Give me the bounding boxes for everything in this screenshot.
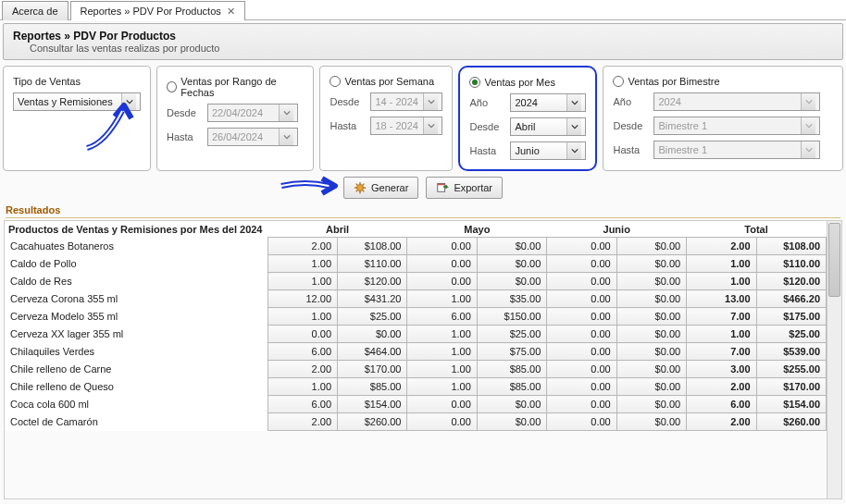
data-cell: $0.00 [616,378,686,396]
exportar-label: Exportar [454,182,492,193]
data-cell: 0.00 [547,308,616,326]
generar-button[interactable]: Generar [343,177,418,199]
product-name: Caldo de Pollo [5,255,267,273]
data-cell: $170.00 [338,361,407,378]
bimestre-desde-select[interactable]: Bimestre 1 [653,117,820,135]
data-cell: 0.00 [407,255,477,273]
total-cell: $255.00 [756,361,826,378]
total-cell: $110.00 [756,255,826,273]
total-cell: 1.00 [687,273,756,290]
tab-label: Reportes » PDV Por Productos [81,6,221,17]
hasta-label: Hasta [469,145,504,156]
table-row[interactable]: Chile relleno de Carne2.00$170.001.00$85… [5,361,827,378]
product-name: Cerveza XX lager 355 ml [5,326,267,343]
bimestre-ano-select[interactable]: 2024 [653,92,820,111]
data-cell: 0.00 [407,273,477,290]
tipo-ventas-select[interactable]: Ventas y Remisiones [13,92,141,111]
gear-icon [354,181,367,194]
data-cell: 0.00 [547,343,616,361]
total-cell: 3.00 [687,361,756,378]
table-row[interactable]: Cerveza Modelo 355 ml1.00$25.006.00$150.… [5,308,827,326]
table-row[interactable]: Cerveza Corona 355 ml12.00$431.201.00$35… [5,290,827,308]
product-name: Cacahuates Botaneros [5,238,267,255]
tab-about[interactable]: Acerca de [2,1,68,20]
data-cell: 2.00 [267,413,337,431]
tipo-ventas-label: Tipo de Ventas [13,76,141,87]
data-cell: 0.00 [547,326,616,343]
data-cell: 0.00 [547,396,616,413]
total-cell: 2.00 [687,413,756,431]
data-cell: $120.00 [338,273,407,290]
svg-rect-10 [438,184,445,186]
tab-reportes-pdv[interactable]: Reportes » PDV Por Productos ✕ [70,1,245,20]
product-name: Coctel de Camarón [5,413,267,431]
table-row[interactable]: Cacahuates Botaneros2.00$108.000.00$0.00… [5,238,827,255]
mes-hasta-select[interactable]: Junio [510,141,586,160]
total-cell: $120.00 [756,273,826,290]
tab-label: Acerca de [12,6,58,17]
data-cell: $154.00 [338,396,407,413]
scrollbar-thumb[interactable] [828,223,840,297]
rango-hasta-input[interactable]: 26/04/2024 [207,128,298,146]
data-cell: 1.00 [407,361,477,378]
data-cell: $0.00 [616,290,686,308]
table-row[interactable]: Caldo de Res1.00$120.000.00$0.000.00$0.0… [5,273,827,290]
radio-icon [330,76,341,87]
table-row[interactable]: Chilaquiles Verdes6.00$464.001.00$75.000… [5,343,827,361]
data-cell: 1.00 [267,273,337,290]
radio-bimestre[interactable]: Ventas por Bimestre [613,76,833,87]
semana-hasta-input[interactable]: 18 - 2024 [370,117,442,135]
total-cell: 1.00 [687,255,756,273]
radio-rango-fechas[interactable]: Ventas por Rango de Fechas [167,76,304,98]
data-cell: 0.00 [547,273,616,290]
mes-ano-select[interactable]: 2024 [510,93,586,112]
results-table: Productos de Ventas y Remisiones por Mes… [5,221,827,431]
product-name: Coca cola 600 ml [5,396,267,413]
total-cell: $25.00 [756,326,826,343]
data-cell: 0.00 [267,326,337,343]
table-row[interactable]: Caldo de Pollo1.00$110.000.00$0.000.00$0… [5,255,827,273]
radio-icon [167,81,177,92]
table-row[interactable]: Cerveza XX lager 355 ml0.00$0.001.00$25.… [5,326,827,343]
chevron-down-icon [801,117,815,134]
panel-tipo-ventas: Tipo de Ventas Ventas y Remisiones [3,66,151,171]
col-month-1: Mayo [407,221,547,238]
data-cell: 1.00 [267,378,337,396]
mes-desde-select[interactable]: Abril [510,117,586,136]
product-name: Chile relleno de Queso [5,378,267,396]
col-month-0: Abril [267,221,407,238]
data-cell: 1.00 [267,255,337,273]
table-row[interactable]: Coca cola 600 ml6.00$154.000.00$0.000.00… [5,396,827,413]
radio-icon [613,76,624,87]
total-cell: $170.00 [756,378,826,396]
data-cell: 1.00 [267,308,337,326]
product-name: Cerveza Modelo 355 ml [5,308,267,326]
data-cell: 1.00 [407,290,477,308]
table-row[interactable]: Chile relleno de Queso1.00$85.001.00$85.… [5,378,827,396]
action-row: Generar Exportar [0,177,846,199]
total-cell: 6.00 [687,396,756,413]
data-cell: 0.00 [407,396,477,413]
data-cell: 2.00 [267,238,337,255]
exportar-button[interactable]: Exportar [426,177,503,199]
total-cell: $175.00 [756,308,826,326]
scrollbar-vertical[interactable] [827,221,841,498]
panel-mes: Ventas por Mes Año 2024 Desde Abril Hast… [458,66,597,171]
data-cell: $85.00 [477,361,546,378]
semana-desde-input[interactable]: 14 - 2024 [370,92,442,111]
data-cell: $150.00 [477,308,546,326]
bimestre-hasta-select[interactable]: Bimestre 1 [653,141,820,159]
radio-semana[interactable]: Ventas por Semana [330,76,442,87]
table-row[interactable]: Coctel de Camarón2.00$260.000.00$0.000.0… [5,413,827,431]
data-cell: $0.00 [616,308,686,326]
product-name: Cerveza Corona 355 ml [5,290,267,308]
total-cell: 13.00 [687,290,756,308]
rango-desde-input[interactable]: 22/04/2024 [207,104,298,122]
data-cell: 1.00 [407,343,477,361]
data-cell: 6.00 [267,396,337,413]
close-icon[interactable]: ✕ [227,6,235,18]
panel-semana: Ventas por Semana Desde 14 - 2024 Hasta … [319,66,453,171]
data-cell: 0.00 [407,413,477,431]
radio-mes[interactable]: Ventas por Mes [469,77,586,88]
total-cell: $154.00 [756,396,826,413]
